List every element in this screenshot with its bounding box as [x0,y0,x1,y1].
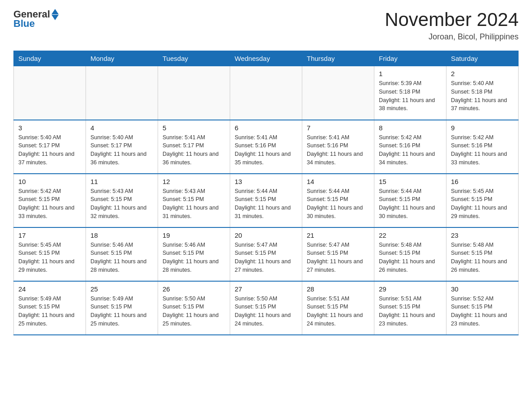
day-info: Sunrise: 5:49 AMSunset: 5:15 PMDaylight:… [18,295,81,328]
calendar-day: 1Sunrise: 5:39 AMSunset: 5:18 PMDaylight… [374,66,446,120]
calendar-day: 18Sunrise: 5:46 AMSunset: 5:15 PMDayligh… [86,227,158,281]
calendar-table: SundayMondayTuesdayWednesdayThursdayFrid… [13,51,519,335]
day-info: Sunrise: 5:42 AMSunset: 5:16 PMDaylight:… [379,133,442,167]
day-number: 28 [307,285,369,293]
calendar-day: 5Sunrise: 5:41 AMSunset: 5:17 PMDaylight… [158,120,230,174]
calendar-day: 24Sunrise: 5:49 AMSunset: 5:15 PMDayligh… [14,281,86,335]
day-number: 29 [379,285,442,293]
calendar-day: 28Sunrise: 5:51 AMSunset: 5:15 PMDayligh… [302,281,374,335]
location: Joroan, Bicol, Philippines [385,32,519,42]
calendar-day: 29Sunrise: 5:51 AMSunset: 5:15 PMDayligh… [374,281,446,335]
day-number: 5 [163,124,225,132]
day-info: Sunrise: 5:43 AMSunset: 5:15 PMDaylight:… [163,187,225,221]
day-info: Sunrise: 5:42 AMSunset: 5:16 PMDaylight:… [451,133,514,167]
calendar-day: 26Sunrise: 5:50 AMSunset: 5:15 PMDayligh… [158,281,230,335]
logo-blue-text: Blue [13,18,59,29]
calendar-day: 2Sunrise: 5:40 AMSunset: 5:18 PMDaylight… [446,66,519,120]
day-number: 14 [307,178,369,185]
day-number: 22 [379,231,442,239]
day-info: Sunrise: 5:42 AMSunset: 5:15 PMDaylight:… [18,187,81,221]
day-header-saturday: Saturday [446,51,519,66]
day-info: Sunrise: 5:46 AMSunset: 5:15 PMDaylight:… [163,241,225,274]
day-info: Sunrise: 5:52 AMSunset: 5:15 PMDaylight:… [451,295,514,328]
day-number: 4 [90,124,153,132]
day-info: Sunrise: 5:49 AMSunset: 5:15 PMDaylight:… [90,295,153,328]
calendar-day: 6Sunrise: 5:41 AMSunset: 5:16 PMDaylight… [230,120,302,174]
day-number: 9 [451,124,514,132]
day-number: 11 [90,178,153,185]
calendar-day: 23Sunrise: 5:48 AMSunset: 5:15 PMDayligh… [446,227,519,281]
title-block: November 2024 Joroan, Bicol, Philippines [385,9,519,42]
day-info: Sunrise: 5:51 AMSunset: 5:15 PMDaylight:… [307,295,369,328]
day-number: 17 [18,231,81,239]
calendar-day: 7Sunrise: 5:41 AMSunset: 5:16 PMDaylight… [302,120,374,174]
day-info: Sunrise: 5:44 AMSunset: 5:15 PMDaylight:… [307,187,369,221]
day-info: Sunrise: 5:47 AMSunset: 5:15 PMDaylight:… [307,241,369,274]
day-info: Sunrise: 5:41 AMSunset: 5:16 PMDaylight:… [235,133,297,167]
day-number: 25 [90,285,153,293]
day-info: Sunrise: 5:46 AMSunset: 5:15 PMDaylight:… [90,241,153,274]
day-info: Sunrise: 5:51 AMSunset: 5:15 PMDaylight:… [379,295,442,328]
calendar-week-row: 10Sunrise: 5:42 AMSunset: 5:15 PMDayligh… [14,174,519,227]
month-title: November 2024 [385,9,519,30]
day-header-thursday: Thursday [302,51,374,66]
day-number: 2 [451,70,514,77]
day-info: Sunrise: 5:50 AMSunset: 5:15 PMDaylight:… [163,295,225,328]
day-number: 10 [18,178,81,185]
calendar-day: 19Sunrise: 5:46 AMSunset: 5:15 PMDayligh… [158,227,230,281]
day-header-sunday: Sunday [14,51,86,66]
calendar-day: 4Sunrise: 5:40 AMSunset: 5:17 PMDaylight… [86,120,158,174]
calendar-day [302,66,374,120]
day-info: Sunrise: 5:40 AMSunset: 5:17 PMDaylight:… [18,133,81,167]
day-info: Sunrise: 5:44 AMSunset: 5:15 PMDaylight:… [379,187,442,221]
calendar-day: 14Sunrise: 5:44 AMSunset: 5:15 PMDayligh… [302,174,374,227]
calendar-week-row: 24Sunrise: 5:49 AMSunset: 5:15 PMDayligh… [14,281,519,335]
calendar-day: 9Sunrise: 5:42 AMSunset: 5:16 PMDaylight… [446,120,519,174]
calendar-day: 30Sunrise: 5:52 AMSunset: 5:15 PMDayligh… [446,281,519,335]
day-info: Sunrise: 5:50 AMSunset: 5:15 PMDaylight:… [235,295,297,328]
calendar-day [230,66,302,120]
calendar-week-row: 17Sunrise: 5:45 AMSunset: 5:15 PMDayligh… [14,227,519,281]
day-info: Sunrise: 5:45 AMSunset: 5:15 PMDaylight:… [18,241,81,274]
calendar-day: 16Sunrise: 5:45 AMSunset: 5:15 PMDayligh… [446,174,519,227]
day-number: 20 [235,231,297,239]
day-header-tuesday: Tuesday [158,51,230,66]
day-number: 8 [379,124,442,132]
calendar-day: 8Sunrise: 5:42 AMSunset: 5:16 PMDaylight… [374,120,446,174]
day-info: Sunrise: 5:45 AMSunset: 5:15 PMDaylight:… [451,187,514,221]
calendar-day: 21Sunrise: 5:47 AMSunset: 5:15 PMDayligh… [302,227,374,281]
calendar-header-row: SundayMondayTuesdayWednesdayThursdayFrid… [14,51,519,66]
logo-triangle-up [51,9,59,14]
calendar-day: 13Sunrise: 5:44 AMSunset: 5:15 PMDayligh… [230,174,302,227]
day-info: Sunrise: 5:43 AMSunset: 5:15 PMDaylight:… [90,187,153,221]
calendar-week-row: 3Sunrise: 5:40 AMSunset: 5:17 PMDaylight… [14,120,519,174]
logo: General Blue [13,9,59,29]
calendar-day: 25Sunrise: 5:49 AMSunset: 5:15 PMDayligh… [86,281,158,335]
calendar-day [158,66,230,120]
day-number: 18 [90,231,153,239]
calendar-day: 17Sunrise: 5:45 AMSunset: 5:15 PMDayligh… [14,227,86,281]
day-number: 1 [379,70,442,77]
day-number: 24 [18,285,81,293]
day-info: Sunrise: 5:48 AMSunset: 5:15 PMDaylight:… [379,241,442,274]
page-header: General Blue November 2024 Joroan, Bicol… [13,9,519,42]
day-number: 21 [307,231,369,239]
day-info: Sunrise: 5:41 AMSunset: 5:16 PMDaylight:… [307,133,369,167]
day-number: 30 [451,285,514,293]
day-info: Sunrise: 5:48 AMSunset: 5:15 PMDaylight:… [451,241,514,274]
day-number: 23 [451,231,514,239]
day-number: 15 [379,178,442,185]
calendar-day: 11Sunrise: 5:43 AMSunset: 5:15 PMDayligh… [86,174,158,227]
calendar-day: 27Sunrise: 5:50 AMSunset: 5:15 PMDayligh… [230,281,302,335]
calendar-day: 10Sunrise: 5:42 AMSunset: 5:15 PMDayligh… [14,174,86,227]
day-number: 19 [163,231,225,239]
day-info: Sunrise: 5:40 AMSunset: 5:17 PMDaylight:… [90,133,153,167]
calendar-week-row: 1Sunrise: 5:39 AMSunset: 5:18 PMDaylight… [14,66,519,120]
day-info: Sunrise: 5:41 AMSunset: 5:17 PMDaylight:… [163,133,225,167]
calendar-day [14,66,86,120]
day-number: 7 [307,124,369,132]
day-number: 3 [18,124,81,132]
day-info: Sunrise: 5:40 AMSunset: 5:18 PMDaylight:… [451,79,514,113]
calendar-day: 12Sunrise: 5:43 AMSunset: 5:15 PMDayligh… [158,174,230,227]
day-header-monday: Monday [86,51,158,66]
